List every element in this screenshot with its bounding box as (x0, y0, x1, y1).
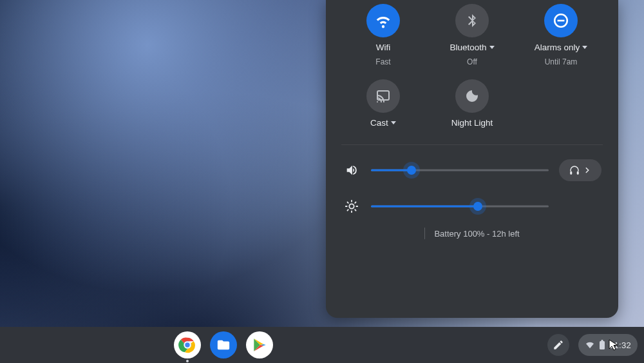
svg-line-12 (347, 210, 348, 210)
bluetooth-label: Bluetooth (450, 43, 494, 52)
panel-footer: Battery 100% - 12h left (341, 228, 603, 239)
quick-settings-panel: Wifi Fast Bluetooth Off Alarms only Unti… (326, 0, 618, 318)
chevron-down-icon (489, 46, 495, 49)
pen-icon (553, 339, 564, 351)
toggle-grid: Wifi Fast Bluetooth Off Alarms only Unti… (341, 1, 603, 144)
svg-rect-3 (570, 172, 572, 175)
volume-row (343, 159, 601, 181)
app-chrome[interactable] (174, 331, 201, 358)
wifi-toggle[interactable]: Wifi Fast (343, 4, 424, 66)
chevron-down-icon (582, 46, 587, 49)
night-light-toggle[interactable]: Night Light (431, 79, 513, 133)
cast-icon (366, 79, 400, 113)
brightness-slider[interactable] (371, 200, 549, 213)
sliders-section (341, 144, 603, 219)
svg-line-13 (355, 202, 355, 202)
dnd-sub: Until 7am (545, 57, 578, 66)
volume-icon[interactable] (343, 163, 361, 177)
wifi-icon (366, 4, 400, 37)
battery-status: Battery 100% - 12h left (434, 229, 519, 239)
bluetooth-toggle[interactable]: Bluetooth Off (431, 4, 513, 66)
cast-label: Cast (370, 118, 396, 128)
svg-rect-1 (558, 20, 565, 22)
night-light-icon (455, 79, 489, 113)
app-play-store[interactable] (246, 331, 273, 358)
brightness-row (343, 199, 601, 213)
dnd-icon (544, 4, 578, 37)
app-files[interactable] (210, 331, 237, 358)
wifi-status-icon (585, 340, 595, 350)
volume-slider[interactable] (371, 164, 549, 177)
wifi-sub: Fast (375, 57, 390, 66)
svg-point-5 (349, 204, 354, 208)
dnd-toggle[interactable]: Alarms only Until 7am (520, 4, 601, 66)
battery-status-icon (599, 340, 605, 350)
night-light-label: Night Light (451, 118, 493, 128)
bluetooth-sub: Off (467, 57, 477, 66)
svg-rect-18 (601, 340, 603, 342)
shelf: 11:32 (0, 327, 644, 363)
dnd-label: Alarms only (535, 43, 588, 52)
brightness-icon (343, 199, 361, 213)
chevron-down-icon (391, 121, 396, 124)
chevron-right-icon (583, 166, 592, 175)
svg-line-11 (355, 210, 355, 210)
svg-rect-4 (577, 172, 579, 175)
svg-line-10 (347, 202, 348, 202)
headphones-icon (569, 164, 580, 176)
svg-rect-17 (600, 341, 605, 349)
cast-toggle[interactable]: Cast (343, 79, 424, 133)
status-area[interactable]: 11:32 (578, 334, 638, 356)
audio-output-button[interactable] (559, 159, 601, 181)
bluetooth-icon (455, 4, 489, 37)
stylus-button[interactable] (547, 334, 569, 356)
wifi-label: Wifi (376, 43, 391, 52)
clock: 11:32 (609, 340, 631, 350)
